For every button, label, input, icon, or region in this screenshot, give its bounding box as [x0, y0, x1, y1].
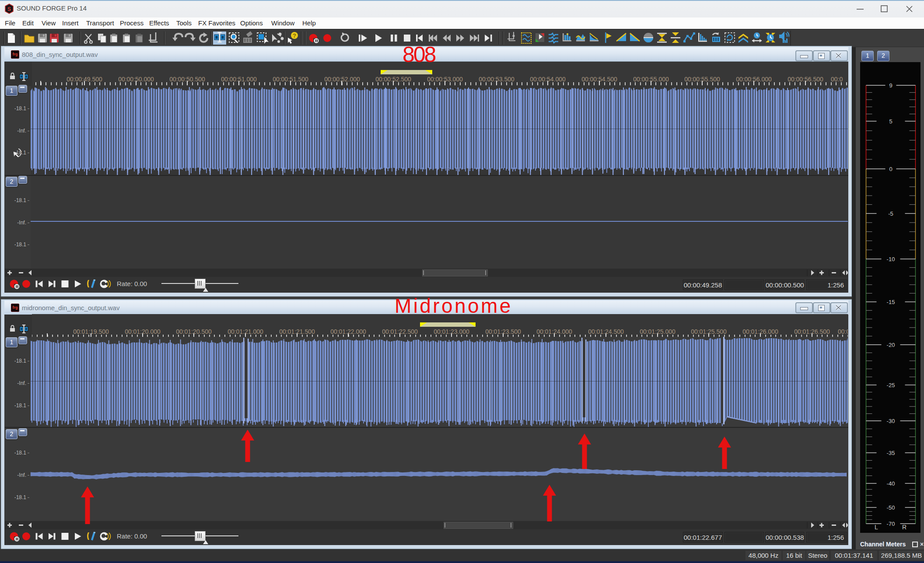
svg-text:-35: -35: [887, 450, 895, 456]
svg-text:-10: -10: [887, 256, 895, 262]
svg-text:R: R: [902, 524, 906, 531]
svg-text:-70: -70: [887, 521, 895, 527]
svg-text:-20: -20: [887, 342, 895, 348]
svg-text:-50: -50: [887, 504, 895, 511]
svg-text:-25: -25: [887, 382, 895, 388]
svg-text:S: S: [7, 6, 11, 12]
svg-text:5: 5: [889, 118, 892, 125]
svg-text:-5: -5: [888, 210, 893, 217]
svg-text:L: L: [875, 524, 878, 531]
svg-text:-30: -30: [887, 418, 895, 424]
svg-text:9: 9: [889, 82, 892, 89]
svg-text:-40: -40: [887, 480, 895, 487]
svg-text:0: 0: [889, 166, 892, 172]
svg-text:?: ?: [293, 32, 296, 39]
svg-text:-15: -15: [887, 299, 895, 305]
